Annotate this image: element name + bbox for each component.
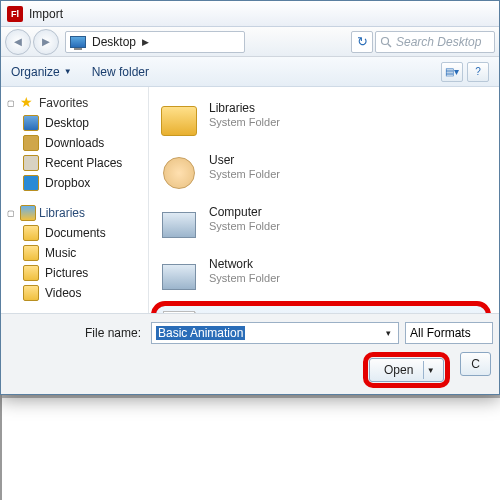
collapse-icon: ▢ xyxy=(7,99,17,108)
computer-icon xyxy=(162,212,196,238)
downloads-icon xyxy=(23,135,39,151)
item-type: System Folder xyxy=(209,167,280,181)
address-bar[interactable]: Desktop ▶ xyxy=(65,31,245,53)
back-button[interactable]: ◄ xyxy=(5,29,31,55)
item-name: Basic Animation xyxy=(209,311,294,313)
search-icon xyxy=(380,36,392,48)
chevron-down-icon: ▼ xyxy=(64,67,72,76)
sidebar-item-label: Dropbox xyxy=(45,176,90,190)
sidebar-item-label: Music xyxy=(45,246,76,260)
sidebar-item-dropbox[interactable]: Dropbox xyxy=(5,173,144,193)
organize-label: Organize xyxy=(11,65,60,79)
sidebar-item-label: Recent Places xyxy=(45,156,122,170)
libraries-label: Libraries xyxy=(39,206,85,220)
item-name: User xyxy=(209,153,280,167)
folder-icon xyxy=(23,265,39,281)
recent-icon xyxy=(23,155,39,171)
folder-icon xyxy=(161,106,197,136)
open-label: Open xyxy=(384,363,413,377)
favorites-header[interactable]: ▢ ★ Favorites xyxy=(5,93,144,113)
sidebar-item-videos[interactable]: Videos xyxy=(5,283,144,303)
titlebar: Fl Import xyxy=(1,1,499,27)
list-item-user[interactable]: User System Folder xyxy=(155,147,493,199)
chevron-down-icon[interactable]: ▾ xyxy=(380,325,396,341)
sidebar-item-label: Desktop xyxy=(45,116,89,130)
file-list: Libraries System Folder User System Fold… xyxy=(149,87,499,313)
folder-icon xyxy=(23,285,39,301)
forward-button[interactable]: ► xyxy=(33,29,59,55)
collapse-icon: ▢ xyxy=(7,209,17,218)
refresh-button[interactable]: ↻ xyxy=(351,31,373,53)
sidebar-item-recent[interactable]: Recent Places xyxy=(5,153,144,173)
search-input[interactable]: Search Desktop xyxy=(375,31,495,53)
item-name: Network xyxy=(209,257,280,271)
folder-icon xyxy=(23,225,39,241)
sidebar: ▢ ★ Favorites Desktop Downloads Recent P… xyxy=(1,87,149,313)
swf-file-icon: f xyxy=(163,311,195,313)
toolbar: Organize ▼ New folder ▤▾ ? xyxy=(1,57,499,87)
open-highlight: Open ▼ xyxy=(363,352,450,388)
import-dialog: Fl Import ◄ ► Desktop ▶ ↻ Search Desktop… xyxy=(0,0,500,395)
sidebar-item-pictures[interactable]: Pictures xyxy=(5,263,144,283)
desktop-icon xyxy=(23,115,39,131)
item-type: System Folder xyxy=(209,271,280,285)
item-type: System Folder xyxy=(209,219,280,233)
new-folder-label: New folder xyxy=(92,65,149,79)
filename-label: File name: xyxy=(7,326,145,340)
libraries-icon xyxy=(20,205,36,221)
favorites-label: Favorites xyxy=(39,96,88,110)
libraries-header[interactable]: ▢ Libraries xyxy=(5,203,144,223)
item-type: System Folder xyxy=(209,115,280,129)
chevron-down-icon[interactable]: ▼ xyxy=(423,361,437,379)
svg-point-0 xyxy=(382,37,389,44)
chevron-right-icon[interactable]: ▶ xyxy=(142,37,149,47)
breadcrumb-desktop[interactable]: Desktop xyxy=(92,35,136,49)
list-item-libraries[interactable]: Libraries System Folder xyxy=(155,95,493,147)
cancel-label: C xyxy=(471,357,480,371)
sidebar-item-label: Documents xyxy=(45,226,106,240)
item-name: Libraries xyxy=(209,101,280,115)
nav-row: ◄ ► Desktop ▶ ↻ Search Desktop xyxy=(1,27,499,57)
filename-value: Basic Animation xyxy=(156,326,245,340)
file-type-filter[interactable]: All Formats xyxy=(405,322,493,344)
folder-icon xyxy=(23,245,39,261)
desktop-icon xyxy=(70,36,86,48)
filter-value: All Formats xyxy=(410,326,471,340)
list-item-computer[interactable]: Computer System Folder xyxy=(155,199,493,251)
list-item-basic-animation[interactable]: f Basic Animation SWF Movie 1019 bytes xyxy=(155,305,487,313)
item-name: Computer xyxy=(209,205,280,219)
network-icon xyxy=(162,264,196,290)
list-item-network[interactable]: Network System Folder xyxy=(155,251,493,303)
sidebar-item-downloads[interactable]: Downloads xyxy=(5,133,144,153)
star-icon: ★ xyxy=(20,95,36,111)
organize-button[interactable]: Organize ▼ xyxy=(11,65,72,79)
sidebar-item-documents[interactable]: Documents xyxy=(5,223,144,243)
new-folder-button[interactable]: New folder xyxy=(92,65,149,79)
app-icon: Fl xyxy=(7,6,23,22)
sidebar-item-label: Videos xyxy=(45,286,81,300)
cancel-button[interactable]: C xyxy=(460,352,491,376)
help-button[interactable]: ? xyxy=(467,62,489,82)
user-icon xyxy=(163,157,195,189)
sidebar-item-label: Downloads xyxy=(45,136,104,150)
bottom-bar: File name: Basic Animation ▾ All Formats… xyxy=(1,313,499,394)
search-placeholder: Search Desktop xyxy=(396,35,481,49)
svg-line-1 xyxy=(388,44,391,47)
sidebar-item-music[interactable]: Music xyxy=(5,243,144,263)
window-title: Import xyxy=(29,7,63,21)
sidebar-item-desktop[interactable]: Desktop xyxy=(5,113,144,133)
dropbox-icon xyxy=(23,175,39,191)
view-mode-button[interactable]: ▤▾ xyxy=(441,62,463,82)
sidebar-item-label: Pictures xyxy=(45,266,88,280)
open-button[interactable]: Open ▼ xyxy=(369,358,444,382)
filename-input[interactable]: Basic Animation ▾ xyxy=(151,322,399,344)
